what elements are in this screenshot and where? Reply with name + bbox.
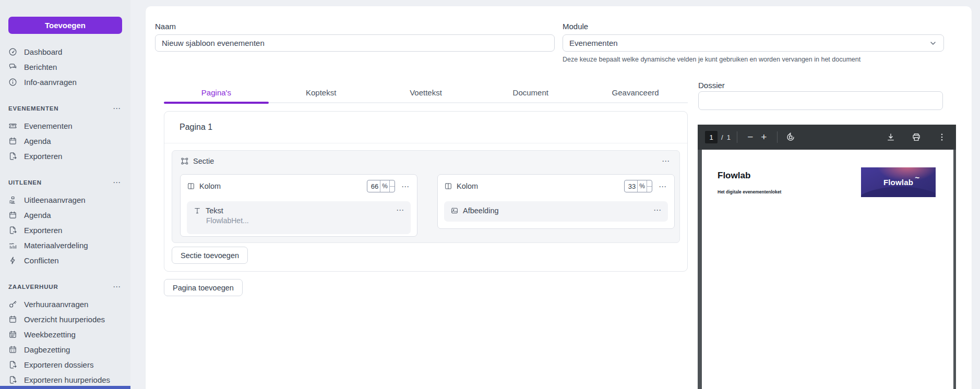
- zoom-in-icon[interactable]: +: [757, 130, 771, 144]
- sidebar-item-label: Dagbezetting: [24, 345, 70, 354]
- pdf-preview: 1 / 1 − +: [698, 125, 956, 389]
- sidebar-item-info-aanvragen[interactable]: Info-aanvragen: [0, 75, 130, 90]
- sidebar-item-exporteren-uitlenen[interactable]: Exporteren: [0, 223, 130, 238]
- info-icon: [8, 78, 17, 87]
- ellipsis-icon[interactable]: [111, 177, 122, 187]
- export-icon: [8, 375, 17, 384]
- sidebar-item-materiaalverdeling[interactable]: Materiaalverdeling: [0, 238, 130, 253]
- rotate-icon[interactable]: [784, 130, 797, 144]
- sidebar-item-label: Weekbezetting: [24, 330, 76, 339]
- number-spinner[interactable]: [389, 180, 395, 192]
- sidebar-item-dagbezetting[interactable]: Dagbezetting: [0, 342, 130, 357]
- sidebar-active-item-partial[interactable]: [0, 386, 130, 389]
- block-type-label: Afbeelding: [463, 206, 499, 215]
- module-select-value: Evenementen: [569, 39, 618, 47]
- sidebar-item-label: Verhuuraanvragen: [24, 300, 88, 309]
- sidebar-item-agenda-uitlenen[interactable]: Agenda: [0, 208, 130, 223]
- page-title: Pagina 1: [164, 112, 687, 143]
- tab-geavanceerd[interactable]: Geavanceerd: [583, 82, 688, 102]
- document-subtitle: Het digitale evenementenloket: [718, 189, 781, 194]
- sidebar-item-label: Dashboard: [24, 47, 62, 56]
- sidebar-item-exporteren-evenementen[interactable]: Exporteren: [0, 149, 130, 164]
- chat-icon: [8, 63, 17, 71]
- sidebar-item-label: Exporteren dossiers: [24, 360, 93, 369]
- column-header: Kolom 33 %: [438, 175, 674, 198]
- section-icon: [181, 157, 189, 165]
- sidebar-item-exporteren-huurperiodes[interactable]: Exporteren huurperiodes: [0, 372, 130, 387]
- module-select[interactable]: Evenementen: [563, 34, 944, 52]
- add-button[interactable]: Toevoegen: [8, 17, 122, 34]
- pdf-document-page: Flowlab Het digitale evenementenloket Fl…: [702, 150, 953, 389]
- column-width-input[interactable]: 66 %: [367, 180, 395, 192]
- tab-paginas[interactable]: Pagina's: [164, 82, 269, 102]
- section-menu-ellipsis-icon[interactable]: [660, 156, 671, 166]
- sidebar-item-label: Overzicht huurperiodes: [24, 315, 105, 324]
- ellipsis-icon[interactable]: [111, 282, 122, 291]
- page-card: Pagina 1 Sectie Kolom 66 %: [164, 111, 688, 272]
- export-icon: [8, 152, 17, 161]
- module-help-text: Deze keuze bepaalt welke dynamische veld…: [563, 56, 861, 63]
- percent-unit: %: [380, 180, 389, 192]
- download-icon[interactable]: [884, 130, 898, 144]
- add-page-button[interactable]: Pagina toevoegen: [164, 279, 243, 296]
- dossier-label: Dossier: [698, 81, 725, 90]
- sidebar-item-conflicten[interactable]: Conflicten: [0, 253, 130, 268]
- block-type-label: Tekst: [206, 206, 223, 215]
- key-icon: [8, 300, 17, 309]
- column-card-1[interactable]: Kolom 66 % Tekst Flow: [180, 174, 417, 237]
- column-header: Kolom 66 %: [181, 175, 417, 198]
- add-section-button[interactable]: Sectie toevoegen: [172, 247, 248, 264]
- sidebar-section-uitlenen: UITLENEN: [0, 177, 130, 187]
- block-menu-ellipsis-icon[interactable]: [652, 205, 663, 215]
- section-title: UITLENEN: [8, 179, 42, 186]
- pdf-viewport-gutter: [698, 150, 702, 389]
- sidebar-item-label: Evenementen: [24, 121, 73, 130]
- more-vertical-icon[interactable]: [935, 130, 949, 144]
- sidebar-item-dashboard[interactable]: Dashboard: [0, 44, 130, 59]
- column-menu-ellipsis-icon[interactable]: [400, 181, 411, 191]
- sidebar-item-label: Exporteren: [24, 226, 62, 235]
- sidebar-item-label: Agenda: [24, 137, 51, 145]
- sidebar: Toevoegen Dashboard Berichten Info-aanvr…: [0, 0, 130, 389]
- text-block-item[interactable]: Tekst FlowlabHet...: [187, 201, 411, 234]
- section-block[interactable]: Sectie Kolom 66 %: [172, 150, 680, 243]
- sidebar-item-verhuuraanvragen[interactable]: Verhuuraanvragen: [0, 297, 130, 312]
- sidebar-item-agenda-evenementen[interactable]: Agenda: [0, 133, 130, 149]
- sidebar-item-overzicht-huurperiodes[interactable]: Overzicht huurperiodes: [0, 312, 130, 327]
- zoom-out-icon[interactable]: −: [744, 130, 757, 144]
- block-menu-ellipsis-icon[interactable]: [395, 205, 405, 215]
- sidebar-item-evenementen[interactable]: Evenementen: [0, 118, 130, 133]
- naam-input[interactable]: [155, 34, 555, 52]
- sidebar-item-label: Berichten: [24, 63, 57, 71]
- flowlab-logo: Flowlab: [861, 167, 936, 197]
- dossier-input[interactable]: [698, 91, 943, 110]
- image-block-item[interactable]: Afbeelding: [444, 201, 668, 222]
- sidebar-item-exporteren-dossiers[interactable]: Exporteren dossiers: [0, 357, 130, 372]
- tab-voettekst[interactable]: Voettekst: [374, 82, 479, 102]
- tab-document[interactable]: Document: [478, 82, 583, 102]
- document-heading: Flowlab: [718, 171, 750, 181]
- section-label: Sectie: [193, 157, 214, 165]
- pdf-page-total: 1: [727, 133, 731, 141]
- chevron-down-icon: [929, 39, 937, 47]
- column-width-value: 33: [625, 180, 637, 192]
- column-card-2[interactable]: Kolom 33 % Afbeelding: [437, 174, 675, 229]
- tab-koptekst[interactable]: Koptekst: [269, 82, 374, 102]
- image-icon: [450, 206, 459, 215]
- export-icon: [8, 360, 17, 369]
- number-spinner[interactable]: [647, 180, 652, 192]
- sidebar-item-label: Info-aanvragen: [24, 78, 77, 87]
- pdf-viewport-gutter: [953, 150, 956, 389]
- toolbar-divider: [737, 131, 737, 143]
- main-content: Naam Module Evenementen Deze keuze bepaa…: [146, 6, 972, 389]
- sidebar-item-berichten[interactable]: Berichten: [0, 59, 130, 75]
- pdf-page-number-input[interactable]: 1: [705, 131, 718, 143]
- pdf-viewport[interactable]: Flowlab Het digitale evenementenloket Fl…: [698, 150, 956, 389]
- sidebar-item-weekbezetting[interactable]: Weekbezetting: [0, 327, 130, 342]
- sidebar-item-uitleenaanvragen[interactable]: Uitleenaanvragen: [0, 192, 130, 208]
- column-width-input[interactable]: 33 %: [624, 180, 652, 192]
- pdf-toolbar: 1 / 1 − +: [698, 125, 956, 150]
- ellipsis-icon[interactable]: [111, 103, 122, 113]
- column-menu-ellipsis-icon[interactable]: [657, 181, 668, 191]
- print-icon[interactable]: [910, 130, 923, 144]
